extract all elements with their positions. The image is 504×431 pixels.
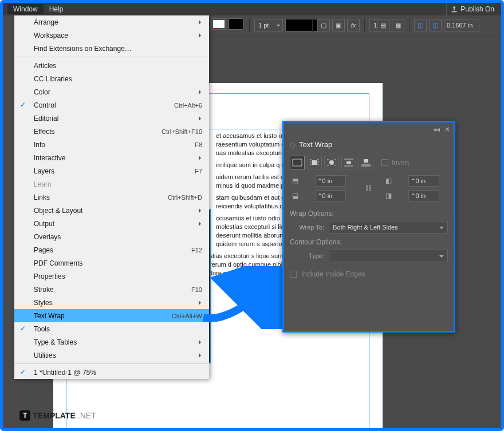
panel-close-icon[interactable]: ✕ <box>444 125 450 133</box>
check-icon: ✓ <box>20 368 28 376</box>
offset-left-input[interactable]: ⌃ 0 in <box>408 175 439 187</box>
submenu-arrow-icon <box>199 340 203 345</box>
offset-right-icon: ◨ <box>383 191 393 201</box>
frame-fit-button[interactable]: ◫ <box>414 19 427 31</box>
menu-item-label: Layers <box>34 167 189 175</box>
stroke-swatch[interactable] <box>229 18 243 30</box>
menu-item-label: 1 *Untitled-1 @ 75% <box>34 369 202 377</box>
menu-item-layers[interactable]: LayersF7 <box>14 164 209 177</box>
wrap-shape-button[interactable] <box>324 156 339 169</box>
menu-item-label: Output <box>34 220 202 228</box>
submenu-arrow-icon <box>199 116 203 121</box>
menu-item-workspace[interactable]: Workspace <box>14 29 209 42</box>
menu-item-articles[interactable]: Articles <box>14 59 209 72</box>
menu-item-editorial[interactable]: Editorial <box>14 112 209 125</box>
menu-item-pages[interactable]: PagesF12 <box>14 243 209 256</box>
menu-item-label: Interactive <box>34 154 202 162</box>
panel-collapse-icon[interactable]: ◂◂ <box>433 125 440 133</box>
menubar-window[interactable]: Window <box>7 4 44 14</box>
menu-item-type-tables[interactable]: Type & Tables <box>14 335 209 349</box>
submenu-arrow-icon <box>199 208 203 213</box>
invert-label: Invert <box>392 159 409 167</box>
check-icon: ✓ <box>20 325 28 333</box>
menu-item-output[interactable]: Output <box>14 217 209 230</box>
link-offsets-icon[interactable]: ⛓ <box>365 184 372 192</box>
offset-bottom-icon: ⬓ <box>290 191 300 201</box>
svg-rect-0 <box>293 159 302 166</box>
wrap-jump-icon <box>344 158 354 167</box>
menu-item-properties[interactable]: Properties <box>14 270 209 283</box>
menu-shortcut: Ctrl+Shift+D <box>168 194 202 201</box>
menu-item-styles[interactable]: Styles <box>14 296 209 309</box>
menu-item-label: Effects <box>34 128 156 136</box>
control-bar: 1 pt ▢ ▣ fx 100% ▤ ▦ ◫ ◫ <box>209 15 501 37</box>
menu-item-utilities[interactable]: Utilities <box>14 349 209 362</box>
publish-online-button[interactable]: Publish On <box>446 3 498 15</box>
menu-item-label: Arrange <box>34 18 202 26</box>
check-icon: ✓ <box>20 101 28 109</box>
offset-top-input[interactable]: ⌃ 0 in <box>315 175 346 187</box>
menu-item-find-extensions-on-exchange-[interactable]: Find Extensions on Exchange… <box>14 42 209 55</box>
contour-type-select[interactable] <box>329 250 448 262</box>
wrap-bbox-icon <box>309 158 320 167</box>
wrap-column-button[interactable] <box>359 156 373 169</box>
offset-input[interactable] <box>444 19 479 31</box>
menu-item-label: Tools <box>34 325 202 333</box>
fx-button[interactable]: fx <box>347 19 360 31</box>
effects-button-1[interactable]: ▢ <box>317 19 330 31</box>
fill-swatch[interactable] <box>211 18 226 30</box>
svg-rect-4 <box>364 159 368 163</box>
window-menu-dropdown: ArrangeWorkspaceFind Extensions on Excha… <box>14 15 209 379</box>
menu-item-tools[interactable]: ✓Tools <box>14 322 209 335</box>
menu-item-label: Editorial <box>34 114 202 122</box>
menu-item-text-wrap[interactable]: Text WrapCtrl+Alt+W <box>14 309 209 322</box>
submenu-arrow-icon <box>199 33 203 38</box>
stroke-weight-dropdown[interactable]: 1 pt <box>254 19 283 31</box>
menu-item-object-layout[interactable]: Object & Layout <box>14 204 209 217</box>
panel-title: Text Wrap <box>299 140 332 149</box>
offset-right-input[interactable]: ⌃ 0 in <box>408 190 439 201</box>
menu-item-info[interactable]: InfoF8 <box>14 138 209 151</box>
menu-item-interactive[interactable]: Interactive <box>14 151 209 164</box>
menu-item-1-untitled-1-75-[interactable]: ✓1 *Untitled-1 @ 75% <box>14 366 209 379</box>
menu-item-label: Styles <box>34 299 202 307</box>
app-frame: Window Help Publish On 1 pt ▢ ▣ fx 100% … <box>0 0 504 431</box>
menu-item-cc-libraries[interactable]: CC Libraries <box>14 72 209 85</box>
menu-item-overlays[interactable]: Overlays <box>14 230 209 243</box>
wrap-jump-button[interactable] <box>341 156 356 169</box>
invert-checkbox[interactable] <box>381 159 388 166</box>
menu-item-label: CC Libraries <box>34 75 202 83</box>
menubar-help[interactable]: Help <box>44 4 69 14</box>
menu-item-effects[interactable]: EffectsCtrl+Shift+F10 <box>14 125 209 138</box>
menu-item-arrange[interactable]: Arrange <box>14 15 209 29</box>
wrap-none-button[interactable] <box>290 156 305 169</box>
menu-item-label: Stroke <box>34 286 186 294</box>
wrap-to-label: Wrap To: <box>290 224 324 231</box>
wrap-mode-around-button[interactable]: ▦ <box>392 19 404 31</box>
offset-left-icon: ◧ <box>383 176 393 186</box>
contour-type-label: Type: <box>290 252 324 259</box>
wrap-options-label: Wrap Options: <box>290 209 448 218</box>
wrap-bbox-button[interactable] <box>307 156 322 169</box>
menu-shortcut: Ctrl+Shift+F10 <box>162 128 202 135</box>
include-edges-label: Include Inside Edges <box>301 270 365 278</box>
menu-item-stroke[interactable]: StrokeF10 <box>14 283 209 296</box>
effects-button-2[interactable]: ▣ <box>332 19 345 31</box>
menu-item-links[interactable]: LinksCtrl+Shift+D <box>14 191 209 204</box>
wrap-to-select[interactable]: Both Right & Left Sides <box>329 221 448 234</box>
menu-item-color[interactable]: Color <box>14 85 209 98</box>
menu-item-label: Pages <box>34 246 186 254</box>
offset-bottom-input[interactable]: ⌃ 0 in <box>315 190 346 201</box>
include-edges-checkbox[interactable] <box>290 271 297 278</box>
text-wrap-panel: ◂◂ ✕ ◇Text Wrap Invert ⬒ ⌃ 0 in ⛓ ◧ ⌃ 0 … <box>282 121 455 333</box>
wrap-mode-none-button[interactable]: ▤ <box>377 19 389 31</box>
menu-item-pdf-comments[interactable]: PDF Comments <box>14 256 209 270</box>
menu-item-control[interactable]: ✓ControlCtrl+Alt+6 <box>14 98 209 112</box>
submenu-arrow-icon <box>199 222 203 226</box>
publish-label: Publish On <box>460 5 494 13</box>
tutorial-arrow <box>198 266 289 331</box>
wrap-column-icon <box>361 158 371 167</box>
frame-fit-button-2[interactable]: ◫ <box>429 19 442 31</box>
submenu-arrow-icon <box>199 156 203 160</box>
menu-item-label: Type & Tables <box>34 338 202 346</box>
